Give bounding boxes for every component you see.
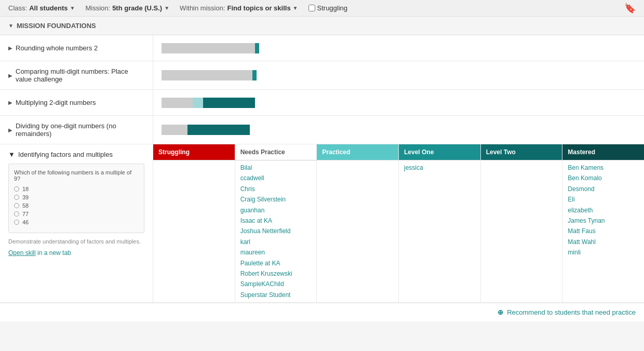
expand-arrow-1: ▶ [8, 73, 12, 78]
bookmark-icon[interactable]: 🔖 [624, 3, 636, 14]
student-eli[interactable]: Eli [568, 194, 639, 205]
needs-practice-col: Needs Practice Bilal ccadwell Chris Crai… [235, 144, 317, 302]
class-value: All students [29, 4, 68, 12]
student-james-tynan[interactable]: James Tynan [568, 215, 639, 226]
student-jessica[interactable]: jessica [404, 163, 475, 173]
level-two-col: Level Two [481, 144, 563, 302]
practiced-col-body [317, 160, 398, 165]
preview-question: Which of the following numbers is a mult… [14, 169, 139, 182]
needs-practice-col-body: Bilal ccadwell Chris Craig Silverstein g… [235, 160, 317, 302]
radio-2 [14, 203, 19, 208]
skill-row-3: ▶ Dividing by one-digit numbers (no rema… [0, 116, 644, 144]
radio-1 [14, 195, 19, 200]
student-maureen[interactable]: maureen [240, 247, 312, 258]
bar-light-teal-2 [193, 98, 203, 108]
struggling-col: Struggling [153, 144, 235, 302]
expanded-skill-row: ▼ Identifying factors and multiples Whic… [0, 144, 644, 303]
level-one-col: Level One jessica [399, 144, 481, 302]
bar-container-2 [162, 98, 255, 108]
bar-container-3 [162, 125, 250, 135]
student-chris[interactable]: Chris [240, 184, 312, 194]
bar-teal-0 [255, 43, 259, 53]
student-samplekachild[interactable]: SampleKAChild [240, 279, 312, 289]
skill-name-cell-0[interactable]: ▶ Rounding whole numbers 2 [0, 35, 153, 61]
level-one-col-header: Level One [399, 144, 480, 160]
top-bar: Class: All students ▼ Mission: 5th grade… [0, 0, 644, 17]
mastered-col-body: Ben Kamens Ben Komalo Desmond Eli elizab… [562, 160, 644, 260]
skill-row-2: ▶ Multiplying 2-digit numbers [0, 90, 644, 116]
bar-container-1 [162, 70, 257, 80]
student-matt-wahl[interactable]: Matt Wahl [568, 237, 639, 247]
class-selector[interactable]: Class: All students ▼ [8, 4, 75, 12]
skill-name-2: Multiplying 2-digit numbers [16, 99, 96, 106]
student-ccadwell[interactable]: ccadwell [240, 173, 312, 183]
skill-description: Demonstrate understanding of factors and… [8, 238, 144, 245]
preview-option-4: 46 [14, 219, 139, 225]
student-elizabeth[interactable]: elizabeth [568, 205, 639, 215]
bar-gray-1 [162, 70, 252, 80]
student-karl[interactable]: karl [240, 237, 312, 247]
student-superstar[interactable]: Superstar Student [240, 290, 312, 300]
skill-name-0: Rounding whole numbers 2 [16, 44, 98, 52]
student-desmond[interactable]: Desmond [568, 184, 639, 194]
student-isaac[interactable]: Isaac at KA [240, 215, 312, 226]
expanded-skill-title-row[interactable]: ▼ Identifying factors and multiples [8, 151, 144, 158]
recommend-text[interactable]: Recommend to students that need practice [507, 308, 636, 316]
expanded-skill-left: ▼ Identifying factors and multiples Whic… [0, 144, 153, 302]
needs-practice-col-header: Needs Practice [235, 144, 317, 160]
skill-name-cell-1[interactable]: ▶ Comparing multi-digit numbers: Place v… [0, 61, 153, 89]
mastered-col: Mastered Ben Kamens Ben Komalo Desmond E… [562, 144, 644, 302]
radio-3 [14, 211, 19, 217]
expand-arrow-3: ▶ [8, 127, 12, 133]
struggling-filter[interactable]: Struggling [308, 4, 348, 12]
preview-option-3: 77 [14, 211, 139, 217]
preview-option-1: 39 [14, 194, 139, 200]
level-two-col-header: Level Two [481, 144, 562, 160]
struggling-col-header: Struggling [153, 144, 235, 160]
skill-name-cell-3[interactable]: ▶ Dividing by one-digit numbers (no rema… [0, 116, 153, 144]
practiced-col: Practiced [317, 144, 399, 302]
student-paulette[interactable]: Paulette at KA [240, 258, 312, 268]
expand-arrow-0: ▶ [8, 45, 12, 51]
skill-bar-cell-0 [153, 35, 644, 61]
struggling-checkbox[interactable] [308, 5, 315, 11]
student-joshua[interactable]: Joshua Netterfield [240, 226, 312, 236]
skill-bar-cell-2 [153, 90, 644, 115]
class-dropdown-arrow: ▼ [70, 5, 75, 11]
recommend-footer: ⊕ Recommend to students that need practi… [0, 303, 644, 321]
student-bilal[interactable]: Bilal [240, 163, 312, 173]
student-craig[interactable]: Craig Silverstein [240, 194, 312, 205]
struggling-col-body [153, 160, 235, 165]
class-label: Class: [8, 4, 27, 12]
main-content: ▼ MISSION FOUNDATIONS ▶ Rounding whole n… [0, 17, 644, 321]
within-value: Find topics or skills [227, 4, 291, 12]
student-minli[interactable]: minli [568, 247, 639, 258]
practiced-col-header: Practiced [317, 144, 398, 160]
bar-gray-3 [162, 125, 187, 135]
mastered-col-header: Mastered [562, 144, 644, 160]
bar-gray-2 [162, 98, 193, 108]
student-robert[interactable]: Robert Kruszewski [240, 268, 312, 279]
student-columns: Struggling Needs Practice Bilal ccadwell… [153, 144, 644, 302]
bar-dark-teal-3 [187, 125, 250, 135]
skill-name-cell-2[interactable]: ▶ Multiplying 2-digit numbers [0, 90, 153, 115]
expanded-skill-name: Identifying factors and multiples [18, 151, 113, 158]
student-ben-kamens[interactable]: Ben Kamens [568, 163, 639, 173]
open-skill-link[interactable]: Open skill in a new tab [8, 249, 71, 256]
bar-dark-teal-2 [203, 98, 255, 108]
level-one-col-body: jessica [399, 160, 480, 175]
section-collapse-arrow[interactable]: ▼ [8, 23, 14, 29]
student-guanhan[interactable]: guanhan [240, 205, 312, 215]
mission-selector[interactable]: Mission: 5th grade (U.S.) ▼ [85, 4, 169, 12]
student-matt-faus[interactable]: Matt Faus [568, 226, 639, 236]
bar-container-0 [162, 43, 259, 53]
expand-arrow-2: ▶ [8, 100, 12, 105]
struggling-label: Struggling [317, 4, 348, 12]
student-ben-komalo[interactable]: Ben Komalo [568, 173, 639, 183]
skill-bar-cell-3 [153, 116, 644, 144]
mission-dropdown-arrow: ▼ [164, 5, 169, 11]
within-dropdown-arrow: ▼ [293, 5, 298, 11]
mission-label: Mission: [85, 4, 110, 12]
within-selector[interactable]: Within mission: Find topics or skills ▼ [180, 4, 298, 12]
preview-option-2: 58 [14, 203, 139, 209]
